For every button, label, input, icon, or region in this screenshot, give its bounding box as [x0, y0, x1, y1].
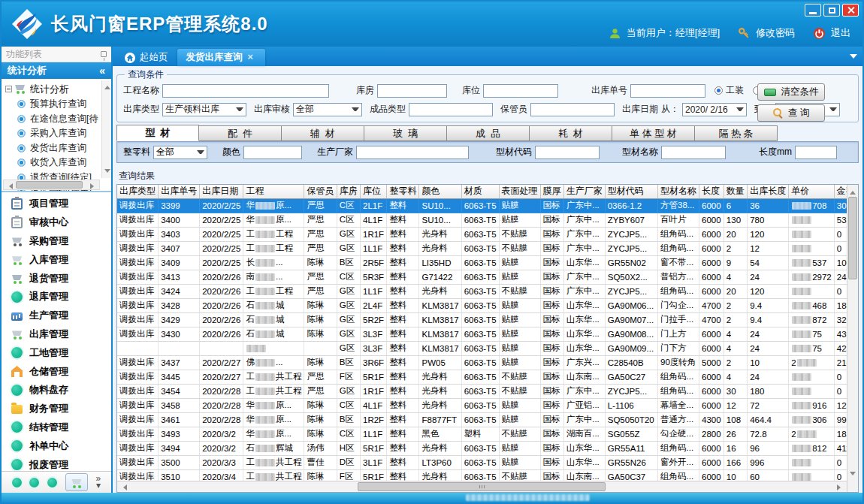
material-tab[interactable]: 单 体 型 材: [612, 125, 695, 141]
material-tab[interactable]: 辅 材: [282, 125, 364, 141]
workwear-radio[interactable]: [714, 86, 723, 95]
sidebar-module[interactable]: 物料盘存: [2, 381, 111, 400]
location-input[interactable]: [483, 84, 558, 98]
column-header[interactable]: 出库类型: [117, 185, 159, 198]
material-tab[interactable]: 隔 热 条: [695, 125, 778, 141]
sidebar-module[interactable]: 报废管理: [2, 455, 111, 471]
table-row[interactable]: 调拨出库34932020/3/2华原...陈琳C区1L1F整料黑色塑料不贴膜国标…: [117, 427, 858, 441]
column-header[interactable]: 单价: [789, 185, 835, 198]
table-row[interactable]: 调拨出库34092020/2/25长...陈琳B区2R5F整料LI35HD606…: [117, 255, 858, 270]
change-password-link[interactable]: 修改密码: [756, 26, 795, 40]
sidebar-module[interactable]: 工地管理: [2, 343, 111, 362]
maximize-button[interactable]: [823, 4, 840, 17]
tree-item[interactable]: 收货入库查询: [5, 155, 111, 171]
table-row[interactable]: 调拨出库34292020/2/26石城陈琳G区5R2F整料KLM38176063…: [117, 312, 858, 327]
table-row[interactable]: 调拨出库33992020/2/25华原...严思C区2L1F整料SU10...6…: [117, 198, 858, 213]
column-header[interactable]: 保管员: [304, 185, 337, 198]
column-header[interactable]: 数量: [724, 185, 747, 198]
material-tab[interactable]: 成 品: [447, 125, 530, 141]
color-input[interactable]: [243, 146, 302, 159]
date-from-select[interactable]: 2020/ 2/16: [682, 103, 747, 116]
module-shortcut-icon[interactable]: [12, 478, 22, 487]
column-header[interactable]: 出库长度: [748, 185, 789, 198]
column-header[interactable]: 出库日期: [200, 185, 243, 198]
table-vertical-scrollbar[interactable]: [847, 185, 858, 492]
scrollbar-thumb[interactable]: [16, 181, 83, 189]
tree-item[interactable]: 预算执行查询: [5, 97, 111, 112]
table-row[interactable]: 调拨出库34582020/2/28华原...陈琳C区4L1F整料光身料6063-…: [117, 398, 858, 412]
tab-overflow-icon[interactable]: [850, 54, 857, 62]
column-header[interactable]: 库房: [337, 185, 360, 198]
product-type-input[interactable]: [409, 103, 493, 116]
collapse-icon[interactable]: [99, 65, 105, 77]
column-header[interactable]: 长度: [699, 185, 724, 198]
expander-icon[interactable]: [5, 86, 12, 92]
table-row[interactable]: 调拨出库34542020/2/28工共工程严思G区1R1F整料光身料6063-T…: [117, 384, 858, 398]
table-row[interactable]: 调拨出库34942020/3/2石辉城汤伟H区5R1F整料光身料6063-T5贴…: [117, 441, 858, 455]
sidebar-module[interactable]: 出库管理: [2, 325, 111, 344]
module-shortcut-icon[interactable]: [29, 478, 39, 487]
cart-shortcut-button[interactable]: [65, 473, 88, 491]
outbound-audit-select[interactable]: 全部: [293, 103, 362, 116]
sidebar-module[interactable]: 生产管理: [2, 306, 111, 325]
outbound-type-select[interactable]: 生产领料出库: [162, 103, 246, 116]
close-button[interactable]: [842, 4, 859, 17]
sidebar-module[interactable]: 退库管理: [2, 288, 111, 306]
column-header[interactable]: 型材代码: [605, 185, 657, 198]
column-header[interactable]: 库位: [361, 185, 387, 198]
search-button[interactable]: 查 询: [757, 104, 825, 122]
table-row[interactable]: G区3L3F整料KLM38176063-T5贴膜国标山东华...GA90M09.…: [117, 341, 858, 355]
project-name-input[interactable]: [162, 84, 329, 98]
factory-input[interactable]: [356, 146, 469, 159]
material-tab[interactable]: 配 件: [199, 125, 282, 141]
column-header[interactable]: 材质: [461, 185, 499, 198]
material-tab[interactable]: 玻 璃: [364, 125, 447, 141]
table-row[interactable]: 调拨出库35002020/3/3工共工程曹佳D区3L1F整料LT3P606063…: [117, 455, 858, 469]
column-header[interactable]: 整零料: [387, 185, 419, 198]
table-row[interactable]: 调拨出库34452020/2/27工共工程严思F区5R1F整料光身料6063-T…: [117, 370, 858, 384]
table-row[interactable]: 调拨出库34372020/2/27佛...陈琳B区3R6F整料PW056063-…: [117, 355, 858, 370]
sidebar-module[interactable]: 补单中心: [2, 436, 111, 455]
scrollbar-thumb[interactable]: [848, 197, 857, 279]
column-header[interactable]: 生产厂家: [563, 185, 605, 198]
column-header[interactable]: 膜厚: [540, 185, 563, 198]
warehouse-input[interactable]: [377, 84, 447, 98]
material-tab[interactable]: 型 材: [116, 125, 199, 141]
tab-close-icon[interactable]: [247, 53, 256, 62]
tree-horizontal-scrollbar[interactable]: [3, 180, 100, 190]
sidebar-module[interactable]: 项目管理: [2, 195, 111, 213]
tree-item[interactable]: 采购入库查询: [5, 126, 111, 141]
tree-vertical-scrollbar[interactable]: [101, 80, 111, 178]
sidebar-module[interactable]: 入库管理: [2, 250, 111, 269]
tree-item[interactable]: 在途信息查询[待: [5, 112, 111, 127]
sidebar-module[interactable]: 采购管理: [2, 232, 111, 251]
tab-home[interactable]: 起始页: [116, 49, 177, 66]
tree-item[interactable]: 发货出库查询: [5, 141, 111, 156]
scrollbar-thumb[interactable]: [358, 482, 606, 491]
minimize-button[interactable]: [805, 4, 821, 17]
table-horizontal-scrollbar[interactable]: [117, 481, 847, 492]
tree-root[interactable]: 统计分析: [5, 81, 111, 97]
material-tab[interactable]: 耗 材: [530, 125, 612, 141]
length-input[interactable]: [795, 146, 837, 159]
sidebar-module[interactable]: 审核中心: [2, 213, 111, 232]
clear-conditions-button[interactable]: 清空条件: [757, 83, 825, 101]
pin-icon[interactable]: [101, 51, 107, 57]
table-row[interactable]: 调拨出库34302020/2/26石城陈琳G区3L3F整料KLM38176063…: [117, 327, 858, 341]
table-row[interactable]: 调拨出库34002020/2/25华原...严思C区4L1F整料SU10...6…: [117, 213, 858, 227]
table-row[interactable]: 调拨出库34282020/2/26石城陈琳G区2L4F整料KLM38176063…: [117, 298, 858, 312]
column-header[interactable]: 颜色: [419, 185, 461, 198]
table-row[interactable]: 调拨出库34612020/2/28华原...陈琳B区1R2F整料F8877FT6…: [117, 412, 858, 427]
sidebar-module[interactable]: 财务管理: [2, 400, 111, 418]
whole-part-select[interactable]: 全部: [153, 146, 207, 159]
table-row[interactable]: 调拨出库34072020/2/25工工程严思G区1L1F整料光身料6063-T5…: [117, 241, 858, 255]
module-shortcut-icon[interactable]: [47, 478, 57, 487]
table-row[interactable]: 调拨出库34242020/2/26工工程严思G区1L1F整料光身料6063-T5…: [117, 284, 858, 298]
column-header[interactable]: 出库单号: [159, 185, 200, 198]
toolbar-overflow-icon[interactable]: »▾: [96, 475, 101, 489]
tab-outbound-query[interactable]: 发货出库查询: [177, 49, 265, 66]
sidebar-module[interactable]: 退货管理: [2, 269, 111, 288]
sidebar-module[interactable]: 结转管理: [2, 418, 111, 437]
sidebar-section-statistics[interactable]: 统计分析: [2, 62, 111, 79]
logout-link[interactable]: 退出: [831, 26, 850, 40]
